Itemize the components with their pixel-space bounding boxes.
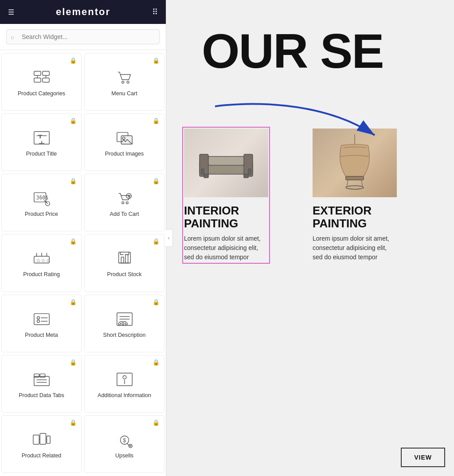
- svg-point-15: [121, 202, 124, 204]
- widget-label-product-meta: Product Meta: [25, 332, 58, 339]
- widget-additional-information[interactable]: 🔒 Additional Information: [84, 355, 164, 413]
- widget-add-to-cart[interactable]: 🔒 Add To Cart: [84, 174, 164, 231]
- svg-point-16: [126, 202, 128, 204]
- svg-rect-1: [42, 71, 49, 76]
- lock-icon: 🔒: [70, 117, 77, 124]
- svg-text:T: T: [38, 133, 42, 140]
- svg-rect-3: [42, 78, 49, 82]
- widget-icon-product-images: [114, 129, 135, 147]
- sidebar-collapse-button[interactable]: ‹: [165, 229, 173, 247]
- lock-icon: 🔒: [153, 299, 160, 305]
- svg-rect-57: [208, 156, 244, 165]
- svg-point-34: [118, 323, 121, 325]
- search-input[interactable]: [6, 29, 160, 44]
- chevron-left-icon: ‹: [168, 235, 170, 241]
- widget-label-product-price: Product Price: [25, 211, 58, 218]
- lock-icon: 🔒: [70, 359, 77, 366]
- widget-upsells[interactable]: 🔒 $ Upsells: [84, 415, 164, 473]
- annotation-arrow: [211, 98, 441, 151]
- lock-icon: 🔒: [153, 238, 160, 245]
- widget-label-product-rating: Product Rating: [23, 271, 60, 278]
- svg-rect-0: [34, 71, 40, 76]
- grid-icon[interactable]: ⠿: [152, 7, 158, 17]
- widget-product-images[interactable]: 🔒 Product Images: [84, 113, 164, 171]
- svg-point-36: [125, 323, 127, 325]
- widget-icon-product-rating: ☆☆☆: [31, 250, 52, 267]
- svg-rect-46: [40, 433, 46, 444]
- widget-label-short-description: Short Description: [103, 332, 146, 339]
- widget-product-stock[interactable]: 🔒 Product Stock: [84, 234, 164, 292]
- widget-label-add-to-cart: Add To Cart: [110, 211, 139, 218]
- widget-icon-additional-information: [114, 371, 135, 388]
- svg-point-27: [37, 320, 39, 322]
- svg-rect-45: [33, 435, 39, 444]
- widget-product-price[interactable]: 🔒 360$ Product Price: [1, 174, 82, 231]
- lock-icon: 🔒: [153, 359, 160, 366]
- lock-icon: 🔒: [153, 419, 160, 426]
- widget-icon-product-price: 360$: [31, 189, 52, 207]
- hamburger-icon[interactable]: ☰: [8, 8, 14, 16]
- svg-rect-23: [121, 257, 124, 263]
- svg-point-66: [346, 186, 364, 189]
- search-bar: ⌕: [0, 24, 166, 50]
- widget-icon-product-data-tabs: [31, 371, 52, 388]
- widget-product-title[interactable]: 🔒 T Product Title: [1, 113, 82, 171]
- view-button[interactable]: VIEW: [401, 448, 445, 467]
- widget-product-categories[interactable]: 🔒 Product Categories: [1, 53, 82, 111]
- lock-icon: 🔒: [153, 178, 160, 184]
- widget-label-product-stock: Product Stock: [107, 271, 142, 278]
- widget-icon-add-to-cart: [114, 189, 135, 207]
- product-description-interior: Lorem ipsum dolor sit amet, consectetur …: [184, 234, 268, 262]
- svg-point-5: [127, 81, 129, 83]
- widget-icon-product-title: T: [31, 129, 52, 147]
- svg-rect-47: [47, 436, 50, 443]
- svg-rect-58: [204, 174, 208, 178]
- widget-label-product-related: Product Related: [22, 452, 62, 459]
- canvas-heading: OUR SE: [202, 27, 384, 75]
- product-description-exterior: Lorem ipsum dolor sit amet, consectetur …: [313, 234, 397, 262]
- lock-icon: 🔒: [70, 57, 77, 64]
- widget-label-product-images: Product Images: [105, 150, 144, 157]
- svg-rect-60: [201, 169, 204, 174]
- svg-rect-24: [125, 255, 128, 263]
- svg-point-35: [121, 323, 124, 325]
- widget-grid: 🔒 Product Categories 🔒 Menu Cart 🔒 T Pro…: [0, 50, 166, 476]
- elementor-logo: elementor: [56, 6, 110, 18]
- widget-icon-product-stock: [114, 250, 135, 267]
- widget-menu-cart[interactable]: 🔒 Menu Cart: [84, 53, 164, 111]
- widget-label-additional-information: Additional Information: [98, 392, 151, 399]
- svg-rect-39: [40, 374, 45, 377]
- svg-text:☆☆☆: ☆☆☆: [35, 258, 50, 264]
- sidebar: ☰ elementor ⠿ ⌕ 🔒 Product Categories 🔒 M…: [0, 0, 166, 476]
- svg-point-4: [121, 81, 124, 83]
- product-title-interior: INTERIORPAINTING: [184, 204, 268, 230]
- widget-label-upsells: Upsells: [115, 452, 133, 459]
- svg-rect-2: [34, 78, 40, 82]
- main-canvas: OUR SE: [166, 0, 454, 476]
- svg-rect-37: [34, 376, 49, 386]
- svg-rect-38: [34, 374, 39, 377]
- lock-icon: 🔒: [70, 238, 77, 245]
- search-icon: ⌕: [11, 33, 14, 40]
- lock-icon: 🔒: [70, 419, 77, 426]
- svg-point-43: [123, 375, 126, 379]
- lock-icon: 🔒: [153, 117, 160, 124]
- widget-product-data-tabs[interactable]: 🔒 Product Data Tabs: [1, 355, 82, 413]
- svg-rect-61: [248, 169, 251, 174]
- widget-label-product-title: Product Title: [26, 150, 57, 157]
- lock-icon: 🔒: [70, 178, 77, 184]
- widget-label-menu-cart: Menu Cart: [111, 90, 137, 97]
- svg-rect-25: [34, 313, 49, 324]
- widget-icon-categories: [31, 69, 52, 86]
- lock-icon: 🔒: [153, 57, 160, 64]
- widget-product-related[interactable]: 🔒 Product Related: [1, 415, 82, 473]
- widget-product-rating[interactable]: 🔒 ☆☆☆ Product Rating: [1, 234, 82, 292]
- lock-icon: 🔒: [70, 299, 77, 305]
- svg-rect-59: [244, 174, 248, 178]
- widget-short-description[interactable]: 🔒 Short Description: [84, 295, 164, 352]
- svg-rect-63: [346, 176, 364, 180]
- svg-text:360$: 360$: [36, 195, 48, 201]
- widget-icon-upsells: $: [114, 431, 135, 449]
- widget-product-meta[interactable]: 🔒 Product Meta: [1, 295, 82, 352]
- widget-label-product-categories: Product Categories: [18, 90, 65, 97]
